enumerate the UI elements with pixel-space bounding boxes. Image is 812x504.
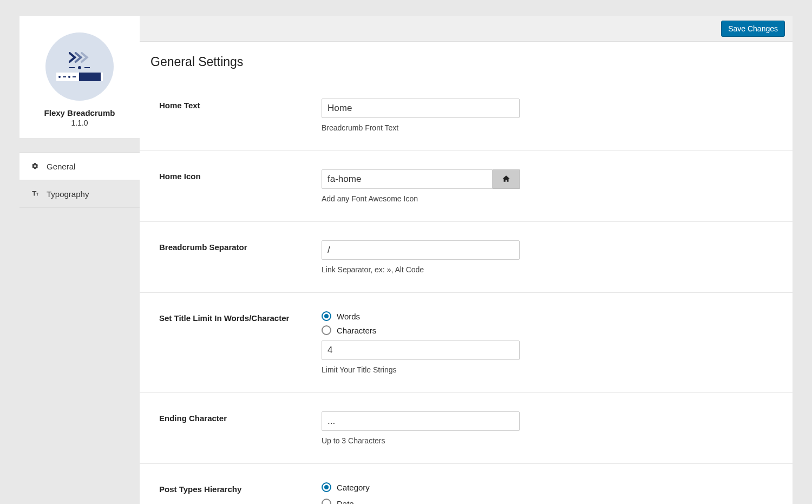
home-icon-input[interactable] bbox=[322, 169, 493, 189]
home-icon bbox=[502, 175, 510, 184]
setting-label: Home Text bbox=[159, 99, 322, 110]
setting-label: Post Types Hierarchy bbox=[159, 482, 322, 494]
nav-item-label: General bbox=[47, 162, 75, 171]
radio-label: Date bbox=[337, 499, 354, 505]
radio-icon bbox=[322, 499, 331, 504]
help-text: Up to 3 Characters bbox=[322, 436, 520, 445]
setting-label: Breadcrumb Separator bbox=[159, 240, 322, 252]
setting-title-limit: Set Title Limit In Words/Character Words… bbox=[140, 293, 793, 393]
app-title: Flexy Breadcrumb bbox=[26, 108, 133, 117]
setting-home-text: Home Text Breadcrumb Front Text bbox=[140, 80, 793, 151]
radio-icon bbox=[322, 325, 331, 335]
nav-item-general[interactable]: General bbox=[19, 153, 140, 180]
title-limit-input[interactable] bbox=[322, 341, 520, 360]
setting-label: Ending Character bbox=[159, 411, 322, 423]
help-text: Limit Your Title Strings bbox=[322, 365, 520, 374]
logo-card: Flexy Breadcrumb 1.1.0 bbox=[19, 16, 140, 138]
ending-char-input[interactable] bbox=[322, 411, 520, 431]
help-text: Add any Font Awesome Icon bbox=[322, 194, 520, 203]
radio-words[interactable]: Words bbox=[322, 311, 520, 321]
nav: General Typography bbox=[19, 152, 140, 208]
radio-category[interactable]: Category bbox=[322, 482, 520, 492]
nav-item-label: Typography bbox=[47, 189, 89, 199]
main: Save Changes General Settings Home Text … bbox=[140, 16, 793, 504]
setting-label: Set Title Limit In Words/Character bbox=[159, 311, 322, 323]
save-changes-button[interactable]: Save Changes bbox=[721, 21, 785, 37]
radio-characters[interactable]: Characters bbox=[322, 325, 520, 335]
gears-icon bbox=[30, 161, 40, 171]
radio-date[interactable]: Date bbox=[322, 499, 520, 504]
home-icon-preview[interactable] bbox=[493, 169, 520, 189]
page-title: General Settings bbox=[140, 42, 793, 69]
content: General Settings Home Text Breadcrumb Fr… bbox=[140, 42, 793, 504]
nav-item-typography[interactable]: Typography bbox=[19, 180, 140, 208]
setting-ending-char: Ending Character Up to 3 Characters bbox=[140, 393, 793, 464]
sidebar: Flexy Breadcrumb 1.1.0 General Typograph… bbox=[19, 16, 140, 504]
app-version: 1.1.0 bbox=[26, 119, 133, 127]
setting-label: Home Icon bbox=[159, 169, 322, 181]
radio-icon bbox=[322, 482, 331, 492]
topbar: Save Changes bbox=[140, 16, 793, 42]
help-text: Link Separator, ex: », Alt Code bbox=[322, 265, 520, 274]
help-text: Breadcrumb Front Text bbox=[322, 123, 520, 132]
radio-icon bbox=[322, 311, 331, 321]
setting-separator: Breadcrumb Separator Link Separator, ex:… bbox=[140, 222, 793, 293]
setting-hierarchy: Post Types Hierarchy Category Date bbox=[140, 464, 793, 504]
separator-input[interactable] bbox=[322, 240, 520, 260]
radio-label: Words bbox=[337, 312, 360, 321]
app-logo bbox=[45, 32, 114, 101]
home-text-input[interactable] bbox=[322, 99, 520, 118]
typography-icon bbox=[30, 189, 40, 199]
radio-label: Category bbox=[337, 483, 370, 492]
radio-label: Characters bbox=[337, 326, 376, 335]
setting-home-icon: Home Icon Add any Font Awesome Icon bbox=[140, 151, 793, 222]
